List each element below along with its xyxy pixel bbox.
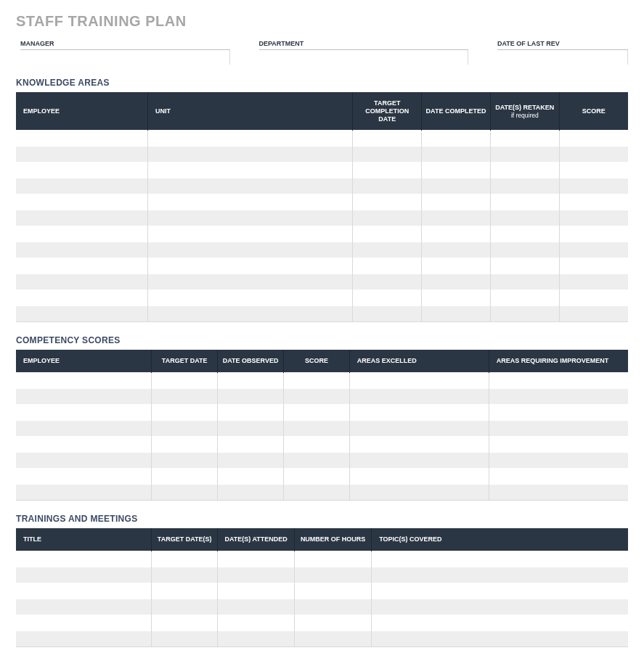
cell-target[interactable] xyxy=(353,147,422,163)
cell-excelled[interactable] xyxy=(349,485,489,501)
cell-score[interactable] xyxy=(559,242,628,258)
cell-attended[interactable] xyxy=(218,551,295,567)
cell-score[interactable] xyxy=(559,194,628,210)
cell-target[interactable] xyxy=(152,405,218,421)
cell-improve[interactable] xyxy=(489,469,628,485)
cell-improve[interactable] xyxy=(489,421,628,437)
cell-excelled[interactable] xyxy=(349,389,489,405)
cell-completed[interactable] xyxy=(422,194,491,210)
cell-target[interactable] xyxy=(353,258,422,274)
cell-completed[interactable] xyxy=(422,226,491,242)
cell-unit[interactable] xyxy=(148,163,353,178)
cell-improve[interactable] xyxy=(489,389,628,405)
cell-score[interactable] xyxy=(283,373,349,389)
cell-improve[interactable] xyxy=(489,485,628,501)
cell-target[interactable] xyxy=(353,242,422,258)
cell-observed[interactable] xyxy=(218,421,284,437)
cell-score[interactable] xyxy=(559,178,628,194)
cell-employee[interactable] xyxy=(16,274,148,290)
cell-employee[interactable] xyxy=(16,389,152,405)
cell-title[interactable] xyxy=(16,551,152,567)
cell-retaken[interactable] xyxy=(490,274,559,290)
cell-excelled[interactable] xyxy=(349,437,489,453)
cell-unit[interactable] xyxy=(148,147,353,163)
cell-completed[interactable] xyxy=(422,178,491,194)
cell-improve[interactable] xyxy=(489,373,628,389)
cell-retaken[interactable] xyxy=(490,242,559,258)
cell-completed[interactable] xyxy=(422,274,491,290)
cell-score[interactable] xyxy=(559,258,628,274)
cell-improve[interactable] xyxy=(489,453,628,469)
cell-score[interactable] xyxy=(559,226,628,242)
cell-score[interactable] xyxy=(283,405,349,421)
cell-target[interactable] xyxy=(152,567,218,583)
cell-observed[interactable] xyxy=(218,485,284,501)
cell-score[interactable] xyxy=(559,274,628,290)
cell-retaken[interactable] xyxy=(490,290,559,306)
cell-target[interactable] xyxy=(353,163,422,178)
cell-employee[interactable] xyxy=(16,485,152,501)
cell-score[interactable] xyxy=(559,147,628,163)
cell-retaken[interactable] xyxy=(490,147,559,163)
cell-unit[interactable] xyxy=(148,131,353,147)
cell-target[interactable] xyxy=(353,306,422,322)
cell-hours[interactable] xyxy=(295,567,372,583)
cell-employee[interactable] xyxy=(16,226,148,242)
cell-target[interactable] xyxy=(152,599,218,615)
cell-retaken[interactable] xyxy=(490,163,559,178)
cell-employee[interactable] xyxy=(16,469,152,485)
cell-completed[interactable] xyxy=(422,210,491,226)
cell-employee[interactable] xyxy=(16,178,148,194)
cell-target[interactable] xyxy=(152,615,218,631)
cell-excelled[interactable] xyxy=(349,405,489,421)
cell-unit[interactable] xyxy=(148,258,353,274)
cell-completed[interactable] xyxy=(422,147,491,163)
cell-title[interactable] xyxy=(16,631,152,646)
cell-score[interactable] xyxy=(559,306,628,322)
cell-hours[interactable] xyxy=(295,551,372,567)
cell-excelled[interactable] xyxy=(349,453,489,469)
cell-employee[interactable] xyxy=(16,242,148,258)
cell-retaken[interactable] xyxy=(490,306,559,322)
cell-observed[interactable] xyxy=(218,405,284,421)
cell-topics[interactable] xyxy=(372,567,628,583)
cell-employee[interactable] xyxy=(16,405,152,421)
cell-unit[interactable] xyxy=(148,274,353,290)
cell-title[interactable] xyxy=(16,599,152,615)
cell-retaken[interactable] xyxy=(490,226,559,242)
cell-attended[interactable] xyxy=(218,567,295,583)
cell-completed[interactable] xyxy=(422,163,491,178)
cell-target[interactable] xyxy=(353,210,422,226)
cell-employee[interactable] xyxy=(16,147,148,163)
cell-employee[interactable] xyxy=(16,373,152,389)
cell-completed[interactable] xyxy=(422,242,491,258)
cell-attended[interactable] xyxy=(218,583,295,599)
cell-topics[interactable] xyxy=(372,615,628,631)
cell-target[interactable] xyxy=(152,437,218,453)
cell-completed[interactable] xyxy=(422,290,491,306)
cell-target[interactable] xyxy=(353,226,422,242)
cell-topics[interactable] xyxy=(372,551,628,567)
cell-employee[interactable] xyxy=(16,131,148,147)
cell-improve[interactable] xyxy=(489,437,628,453)
cell-target[interactable] xyxy=(353,290,422,306)
cell-score[interactable] xyxy=(283,421,349,437)
cell-target[interactable] xyxy=(152,373,218,389)
cell-retaken[interactable] xyxy=(490,178,559,194)
cell-improve[interactable] xyxy=(489,405,628,421)
cell-employee[interactable] xyxy=(16,437,152,453)
cell-target[interactable] xyxy=(152,389,218,405)
cell-hours[interactable] xyxy=(295,631,372,646)
cell-score[interactable] xyxy=(283,437,349,453)
cell-hours[interactable] xyxy=(295,599,372,615)
cell-score[interactable] xyxy=(283,485,349,501)
cell-target[interactable] xyxy=(353,194,422,210)
cell-unit[interactable] xyxy=(148,226,353,242)
cell-attended[interactable] xyxy=(218,631,295,646)
cell-score[interactable] xyxy=(283,453,349,469)
cell-score[interactable] xyxy=(559,163,628,178)
cell-excelled[interactable] xyxy=(349,421,489,437)
cell-topics[interactable] xyxy=(372,599,628,615)
cell-attended[interactable] xyxy=(218,615,295,631)
cell-title[interactable] xyxy=(16,583,152,599)
